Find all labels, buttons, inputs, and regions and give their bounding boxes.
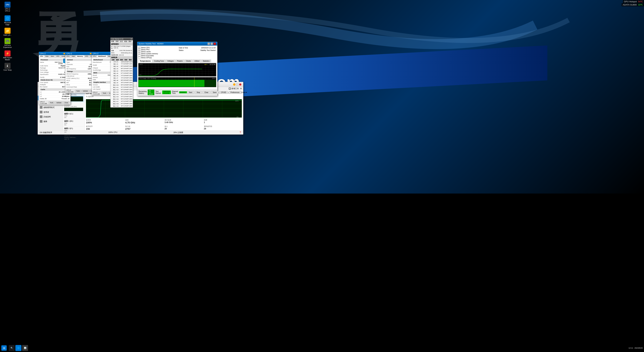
tm-perf-gpu-item[interactable]: GPU 0 NVIDIA GeForce... 16G 70	[63, 134, 84, 141]
desktop-icon-cpuz1[interactable]: CPU CPU-ZCPU-Z	[2, 2, 14, 12]
taskbar-taskmanager[interactable]: 📊	[22, 345, 28, 351]
stab-tab-cooling[interactable]: Cooling Fans	[152, 60, 166, 62]
tm-perf-disk0-item[interactable]: 磁碟 0 (C:) SSD 0%	[63, 112, 84, 119]
desktop-icon-folder[interactable]: 📁 super_pc...	[2, 28, 14, 36]
tm-footer-memory: 28% 記憶體	[174, 131, 183, 134]
taskbar-start[interactable]: ⊞	[0, 345, 8, 351]
stab-maximize-btn[interactable]: □	[210, 43, 213, 45]
stab-close-link[interactable]: Close▼	[241, 92, 247, 93]
cpuz2-title: CPU-Z	[66, 53, 72, 55]
gpu-temperature-overlay: GPU Hotspot 54℃ ADATA SU800 33℃	[622, 0, 644, 6]
list-item: 核心 #469°C21%85°C26%	[110, 70, 133, 72]
stab-cb-sysmem-box[interactable]	[138, 53, 140, 55]
start-button[interactable]: ⊞	[1, 345, 7, 351]
ls-menu-about[interactable]: 關於	[128, 40, 132, 43]
cpuz2-tab-cpu[interactable]: CPU	[66, 55, 71, 57]
ls-menu-settings[interactable]: 設定	[120, 40, 123, 43]
gpu-hotspot-line: GPU Hotspot 54℃	[623, 0, 644, 3]
cpuz1-validate-btn[interactable]: Validate	[55, 102, 63, 104]
tm-sidebar-startup-label: 啟動應用程式	[44, 106, 54, 109]
stab-titlebar[interactable]: System Stability Test - AIDA64 ─ □ ✕	[137, 42, 217, 46]
cpuz1-tab-mainboard[interactable]: Main	[44, 55, 50, 57]
stab-tab-powers[interactable]: Powers	[176, 60, 184, 62]
cpuz1-tools-btn[interactable]: Tools	[49, 102, 54, 104]
cpuz2-tab-memory[interactable]: Memory	[76, 55, 84, 57]
stab-cb-fpu-box[interactable]	[138, 49, 140, 51]
cpuz3-version: CPU-Z 2.10.0.x64	[93, 92, 102, 95]
tm-sidebar-details-label: 詳細資料	[44, 116, 51, 118]
cpuz2-tab-main[interactable]: Main	[71, 55, 76, 57]
desktop-icon-amd[interactable]: ⚡ AMD RyzenMaster	[2, 50, 14, 61]
tm-stat-cores-value: 20	[164, 128, 202, 130]
desktop-icon-coretemp[interactable]: 🌡 Core Temp	[2, 63, 14, 71]
tm-help-btn[interactable]: ❓	[239, 131, 242, 134]
services-icon	[40, 120, 42, 123]
stab-cb-cpu-box[interactable]	[138, 47, 140, 49]
tm-new-task-btn[interactable]: 🔲 新增工作	[228, 87, 239, 90]
cpuz2-tools-btn[interactable]: Tools	[75, 90, 81, 92]
tm-maximize-btn[interactable]	[236, 83, 238, 86]
cpuz1-voltage-row: Core Voltage 1.304 V	[40, 71, 70, 73]
tm-sidebar-services[interactable]: 服務	[38, 119, 63, 124]
ls-close-btn[interactable]: ✕	[130, 38, 132, 40]
stab-title: System Stability Test - AIDA64	[139, 43, 164, 45]
stab-tabs: Temperatures Cooling Fans Voltages Power…	[138, 60, 216, 62]
tm-perf-disk1-item[interactable]: 磁碟 1 (D:) SSD 0%	[63, 119, 84, 127]
cpuz2-type-row: Type DDR4	[66, 61, 96, 63]
stab-minimize-btn[interactable]: ─	[208, 43, 210, 45]
cpuz3-tab-mainboard[interactable]: Mainboard	[97, 55, 107, 57]
desktop-icon-geforce[interactable]: 🎮 GeForceExperience	[2, 38, 14, 48]
cpuz2-tab-spd[interactable]: SPD	[84, 55, 90, 57]
stab-tab-voltages[interactable]: Voltages	[166, 60, 175, 62]
desktop-icon-edge[interactable]: 🌐 MicrosoftEdge	[2, 15, 14, 26]
cpuz1-tab-cpu[interactable]: CPU	[39, 55, 44, 57]
tm-close-btn[interactable]: ✕	[239, 83, 242, 86]
taskbar-search[interactable]: 🔍	[9, 345, 15, 351]
tm-stat-cores-label: 核心	[164, 125, 202, 128]
ls-titlebar[interactable]: Live Sense 1.11 ✕	[110, 38, 133, 40]
stab-close-btn[interactable]: ✕	[214, 43, 216, 45]
tm-settings-btn[interactable]: ⚙	[240, 87, 242, 90]
tm-perf-disk2-item[interactable]: 磁碟 2 (F:) SSD 1%	[63, 127, 84, 134]
list-item: 核心 #1445°C13%85°C26%	[110, 93, 133, 96]
stab-clear-btn[interactable]: Clear	[202, 91, 210, 94]
tm-stat-speed: 速度 4.70 GHz	[125, 119, 163, 124]
cpuz1-tab-spd[interactable]: SPD	[55, 55, 61, 57]
stab-tab-statistics[interactable]: Statistics	[201, 60, 211, 62]
stab-footer: Remaining Battery: On AC power Test Star…	[137, 89, 217, 96]
tm-minimize-btn[interactable]	[233, 83, 236, 86]
stab-tab-utilited[interactable]: Utilited	[193, 60, 201, 62]
stab-tab-clocks[interactable]: Clocks	[184, 60, 192, 62]
stab-cb-localdisks-box[interactable]	[138, 55, 140, 57]
cpuz1-min-btn[interactable]	[64, 53, 65, 54]
stab-cb-cache-box[interactable]	[138, 51, 140, 53]
cpuz3-tab-cpu[interactable]: CPU	[92, 55, 97, 57]
stab-save-btn[interactable]: Save	[211, 91, 218, 94]
stab-start-btn[interactable]: Start	[187, 91, 194, 94]
ls-processor-header: 處理器資訊	[110, 43, 133, 45]
cpuz1-close-btn-footer[interactable]: Close	[63, 102, 70, 104]
cpuz2-dram-freq-row: DRAM Frequency 2394.1 MHz	[66, 73, 96, 75]
ls-menu-zoom[interactable]: 縮放	[124, 40, 127, 43]
tm-sidebar-users[interactable]: 使用者	[38, 110, 63, 114]
tm-sidebar-details[interactable]: 詳細資料	[38, 114, 63, 119]
ls-menubar: 檔案 查看 設定 縮放 關於	[110, 40, 133, 43]
stab-tab-temperatures[interactable]: Temperatures	[138, 60, 152, 62]
stab-action-buttons: Start Stop Clear Save CPUID Preferences	[187, 91, 241, 94]
tm-sidebar-startup[interactable]: 啟動應用程式	[38, 105, 63, 110]
svg-text:98°C: 98°C	[204, 64, 207, 65]
stab-cpuid-btn[interactable]: CPUID	[219, 91, 228, 94]
stab-stop-btn[interactable]: Stop	[195, 91, 202, 94]
stab-prefs-btn[interactable]: Preferences	[228, 91, 241, 94]
taskbar-edge[interactable]: 🌐	[16, 345, 22, 351]
cpuz2-min-btn[interactable]	[90, 53, 92, 54]
stab-cb-localdisks: Stress local disks	[138, 55, 176, 57]
cpuz3-tools-btn[interactable]: Tools	[102, 92, 107, 94]
stab-cb-gpu-box[interactable]	[138, 57, 140, 59]
ls-menu-view[interactable]: 查看	[116, 40, 118, 43]
cpuz1-tab-memory[interactable]: Mem	[50, 55, 55, 57]
tm-stat-sockets-label: 插槽	[204, 119, 242, 121]
ls-menu-file[interactable]: 檔案	[111, 40, 114, 43]
cpuz2-validate-btn[interactable]: Validate	[82, 90, 89, 92]
ls-title: Live Sense 1.11	[111, 38, 124, 40]
